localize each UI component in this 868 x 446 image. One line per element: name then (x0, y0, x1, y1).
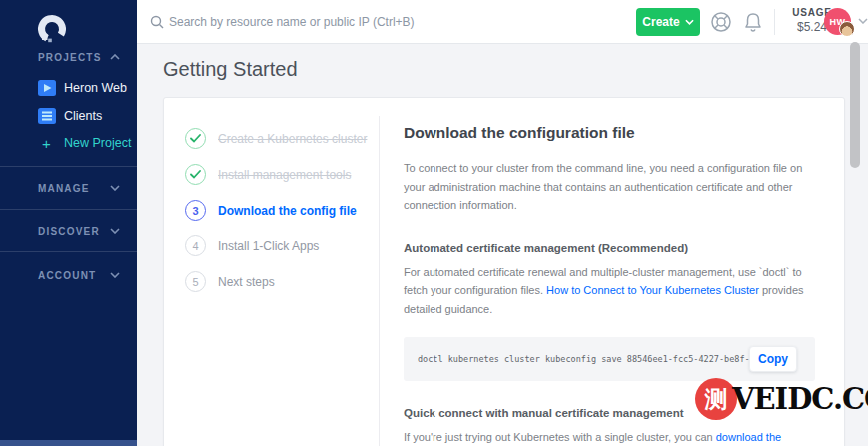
create-button[interactable]: Create (636, 8, 700, 36)
copy-button[interactable]: Copy (749, 346, 797, 372)
intro-paragraph: To connect to your cluster from the comm… (404, 159, 815, 215)
list-icon (38, 107, 56, 125)
step-number: 4 (185, 235, 206, 256)
spiral-logo-icon (36, 13, 68, 45)
step-one-click-apps[interactable]: 4 Install 1-Click Apps (164, 235, 379, 256)
account-menu-button[interactable]: HW (824, 8, 868, 38)
sidebar-item-heron-web[interactable]: Heron Web (0, 78, 137, 98)
step-label: Create a Kubernetes cluster (218, 132, 367, 146)
sidebar-item-label: Heron Web (64, 81, 127, 95)
avatar-photo (839, 21, 855, 37)
plus-icon: + (42, 135, 51, 152)
sidebar-projects-header[interactable]: PROJECTS (0, 49, 137, 65)
sidebar-divider (0, 251, 137, 252)
step-label: Download the config file (218, 204, 357, 218)
search-input[interactable] (169, 10, 588, 34)
sidebar-item-label: Clients (64, 109, 102, 123)
digitalocean-logo[interactable] (36, 13, 68, 45)
topbar: Create USAGE $5.24 (137, 0, 868, 44)
auto-cert-paragraph: For automated certificate renewal and mu… (404, 263, 815, 319)
auto-cert-heading: Automated certificate management (Recomm… (404, 242, 815, 254)
chevron-down-icon (110, 228, 120, 234)
create-button-label: Create (642, 15, 679, 29)
scrollbar-thumb[interactable] (850, 42, 860, 168)
sidebar: PROJECTS Heron Web (0, 0, 137, 446)
sidebar-footer-strip (0, 440, 137, 446)
manage-label: MANAGE (38, 183, 90, 194)
notifications-button[interactable] (742, 11, 764, 33)
new-project-label: New Project (64, 136, 131, 150)
card-vertical-divider (379, 116, 380, 446)
sidebar-section-discover[interactable]: DISCOVER (0, 223, 137, 239)
quick-connect-paragraph: If you're just trying out Kubernetes wit… (404, 428, 815, 446)
play-icon (38, 79, 56, 97)
sidebar-item-clients[interactable]: Clients (0, 106, 137, 126)
sidebar-section-account[interactable]: ACCOUNT (0, 267, 137, 283)
app-window: PROJECTS Heron Web (0, 0, 868, 446)
chevron-down-icon (685, 19, 694, 25)
doctl-command: doctl kubernetes cluster kubeconfig save… (418, 354, 775, 364)
sidebar-divider (0, 209, 137, 210)
projects-label: PROJECTS (38, 52, 102, 63)
step-install-tools[interactable]: Install management tools (164, 164, 379, 185)
step-download-config[interactable]: 3 Download the config file (164, 200, 379, 221)
check-icon (185, 164, 206, 185)
step-number: 3 (185, 200, 206, 221)
code-snippet-block: doctl kubernetes cluster kubeconfig save… (404, 337, 815, 381)
support-button[interactable] (710, 11, 732, 33)
chevron-down-icon (110, 185, 120, 191)
chevron-up-icon (110, 54, 120, 60)
sidebar-section-manage[interactable]: MANAGE (0, 180, 137, 196)
chevron-down-icon (110, 272, 120, 278)
discover-label: DISCOVER (38, 226, 100, 237)
getting-started-card: Create a Kubernetes cluster Install mana… (163, 97, 845, 446)
chevron-down-icon (858, 18, 868, 24)
account-label: ACCOUNT (38, 270, 96, 281)
quick-connect-heading: Quick connect with manual certificate ma… (404, 407, 815, 419)
page-title: Getting Started (163, 58, 298, 81)
step-next-steps[interactable]: 5 Next steps (164, 271, 379, 292)
main-content: Getting Started Create a Kubernetes clus… (137, 44, 868, 446)
step-label: Install 1-Click Apps (218, 239, 319, 253)
bell-icon (743, 11, 763, 33)
step-label: Install management tools (218, 168, 351, 182)
search-icon (150, 15, 164, 29)
sidebar-divider (0, 166, 137, 167)
step-content: Download the configuration file To conne… (404, 98, 815, 446)
check-icon (185, 128, 206, 149)
connect-cluster-link[interactable]: How to Connect to Your Kubernetes Cluste… (546, 284, 759, 296)
topbar-divider (774, 9, 775, 35)
support-icon (710, 11, 732, 33)
steps-list: Create a Kubernetes cluster Install mana… (164, 128, 379, 307)
quick-connect-text-before: If you're just trying out Kubernetes wit… (404, 431, 716, 443)
step-create-cluster[interactable]: Create a Kubernetes cluster (164, 128, 379, 149)
step-label: Next steps (218, 275, 275, 289)
sidebar-item-new-project[interactable]: + New Project (0, 133, 137, 153)
step-number: 5 (185, 271, 206, 292)
content-heading: Download the configuration file (404, 124, 815, 142)
